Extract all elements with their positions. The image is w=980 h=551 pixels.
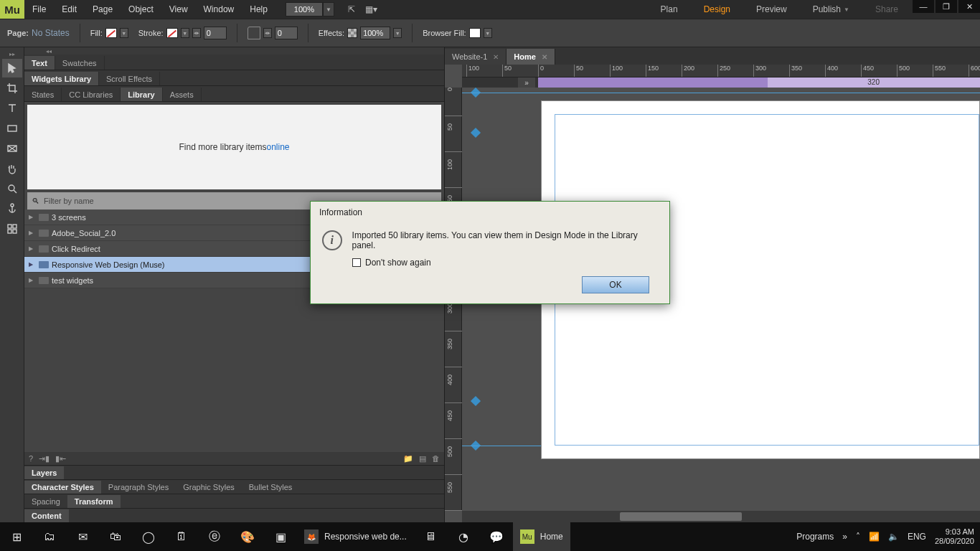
close-tab-icon[interactable]: ✕ xyxy=(493,53,499,61)
guide-marker[interactable] xyxy=(471,396,481,406)
tab-character-styles[interactable]: Character Styles xyxy=(24,481,101,494)
tab-scroll-effects[interactable]: Scroll Effects xyxy=(99,72,160,85)
menu-file[interactable]: File xyxy=(24,4,54,14)
pin-panel-icon[interactable]: ⇱ xyxy=(344,3,359,16)
taskbar-discord-icon[interactable]: 💬 xyxy=(480,522,513,551)
crop-tool[interactable] xyxy=(2,79,22,98)
responsive-icon[interactable]: ▦▾ xyxy=(364,3,379,16)
zoom-input[interactable] xyxy=(286,2,323,17)
tab-bullet-styles[interactable]: Bullet Styles xyxy=(242,481,300,494)
tab-paragraph-styles[interactable]: Paragraph Styles xyxy=(101,481,176,494)
tray-language[interactable]: ENG xyxy=(908,532,926,542)
anchor-tool[interactable] xyxy=(2,199,22,218)
toolbar-collapse[interactable]: ▸▸ xyxy=(0,50,24,57)
menu-edit[interactable]: Edit xyxy=(54,4,85,14)
tab-widgets-library[interactable]: Widgets Library xyxy=(24,72,99,85)
taskbar-krita-icon[interactable]: 🎨 xyxy=(231,522,264,551)
taskbar-store-icon[interactable]: 🛍 xyxy=(99,522,132,551)
mode-preview[interactable]: Preview xyxy=(743,0,800,19)
stroke-dropdown[interactable]: ▼ xyxy=(181,28,189,38)
menu-window[interactable]: Window xyxy=(196,4,242,14)
new-folder-icon[interactable]: 📁 xyxy=(403,454,413,463)
ok-button[interactable]: OK xyxy=(582,276,649,293)
mode-plan[interactable]: Plan xyxy=(648,0,691,19)
selection-tool[interactable] xyxy=(2,59,22,77)
corner-radius-input[interactable] xyxy=(275,27,298,39)
stroke-swatch[interactable] xyxy=(166,28,178,38)
tab-transform[interactable]: Transform xyxy=(67,495,121,508)
rectangle-frame-tool[interactable] xyxy=(2,139,22,158)
dont-show-checkbox[interactable] xyxy=(352,258,361,267)
mode-design[interactable]: Design xyxy=(691,0,743,19)
menu-view[interactable]: View xyxy=(161,4,196,14)
fill-dropdown[interactable]: ▼ xyxy=(120,28,128,38)
export-muse-icon[interactable]: ▮⇤ xyxy=(55,454,66,463)
tab-states[interactable]: States xyxy=(24,88,62,101)
hand-tool[interactable] xyxy=(2,159,22,178)
options-icon[interactable]: ▤ xyxy=(419,454,426,463)
taskbar-app-icon[interactable]: 🖥 xyxy=(414,522,447,551)
fill-swatch[interactable] xyxy=(105,28,117,38)
help-icon[interactable]: ? xyxy=(29,454,33,463)
tab-swatches[interactable]: Swatches xyxy=(55,56,105,70)
corner-stepper[interactable]: ◂▸ xyxy=(263,28,272,38)
close-tab-icon[interactable]: ✕ xyxy=(542,53,547,61)
corner-radius-icon[interactable] xyxy=(248,27,260,39)
opacity-input[interactable] xyxy=(360,27,390,39)
taskbar-explorer-icon[interactable]: 🗂 xyxy=(33,522,66,551)
taskbar-programs-toolbar[interactable]: Programs xyxy=(796,532,834,542)
breakpoint-segment-active[interactable] xyxy=(538,77,768,88)
stroke-weight-input[interactable] xyxy=(204,27,227,39)
window-minimize[interactable]: — xyxy=(913,0,934,13)
taskbar-clock[interactable]: 9:03 AM 28/09/2020 xyxy=(935,527,974,546)
taskbar-app-icon[interactable]: ▣ xyxy=(264,522,297,551)
taskbar-firefox[interactable]: 🦊Responsive web de... xyxy=(297,522,414,551)
doc-tab-website[interactable]: Website-1✕ xyxy=(445,49,507,65)
guide-marker[interactable] xyxy=(471,128,481,138)
text-frame-tool[interactable] xyxy=(2,220,22,238)
browser-fill-swatch[interactable] xyxy=(469,28,481,38)
opacity-dropdown[interactable]: ▼ xyxy=(393,28,402,38)
tab-assets[interactable]: Assets xyxy=(163,88,202,101)
tray-network-icon[interactable]: 📶 xyxy=(869,532,880,542)
tab-text[interactable]: Text xyxy=(24,56,55,70)
text-tool[interactable] xyxy=(2,99,22,118)
taskbar-blender-icon[interactable]: ◔ xyxy=(447,522,480,551)
tab-spacing[interactable]: Spacing xyxy=(24,495,67,508)
breakpoint-scrubber-icon[interactable]: » xyxy=(518,77,535,88)
tab-content[interactable]: Content xyxy=(24,509,69,522)
panel-collapse[interactable]: ◂◂ xyxy=(24,47,444,55)
tray-overflow-icon[interactable]: » xyxy=(842,532,847,542)
delete-icon[interactable]: 🗑 xyxy=(432,454,440,463)
horizontal-guide[interactable] xyxy=(462,93,980,93)
effects-swatch[interactable] xyxy=(347,28,357,38)
tab-graphic-styles[interactable]: Graphic Styles xyxy=(176,481,242,494)
page-states-dropdown[interactable]: No States xyxy=(32,28,70,38)
menu-help[interactable]: Help xyxy=(242,4,275,14)
import-muse-icon[interactable]: ⇥▮ xyxy=(39,454,50,463)
zoom-tool[interactable] xyxy=(2,179,22,198)
menu-page[interactable]: Page xyxy=(85,4,121,14)
menu-object[interactable]: Object xyxy=(121,4,161,14)
stroke-weight-stepper[interactable]: ◂▸ xyxy=(192,28,201,38)
tab-library[interactable]: Library xyxy=(121,88,162,101)
horizontal-scrollbar[interactable] xyxy=(462,511,980,522)
tray-volume-icon[interactable]: 🔈 xyxy=(888,532,899,542)
start-button[interactable]: ⊞ xyxy=(0,522,33,551)
taskbar-unreal-icon[interactable]: ◯ xyxy=(132,522,165,551)
breakpoint-segment[interactable]: 320 xyxy=(768,77,980,88)
window-close[interactable]: ✕ xyxy=(958,0,980,13)
breakpoint-bar[interactable]: » 320 xyxy=(462,77,980,88)
taskbar-edge-icon[interactable]: ⓔ xyxy=(198,522,231,551)
horizontal-ruler[interactable]: 1005005010015020025030035040045050055060… xyxy=(462,65,980,77)
zoom-dropdown[interactable]: ▼ xyxy=(323,2,334,17)
taskbar-calendar-icon[interactable]: 🗓 xyxy=(165,522,198,551)
mode-publish[interactable]: Publish▼ xyxy=(800,0,862,19)
taskbar-muse[interactable]: MuHome xyxy=(513,522,570,551)
tab-cc-libraries[interactable]: CC Libraries xyxy=(62,88,121,101)
doc-tab-home[interactable]: Home✕ xyxy=(507,49,555,65)
taskbar-mail-icon[interactable]: ✉ xyxy=(66,522,99,551)
window-restore[interactable]: ❐ xyxy=(936,0,957,13)
tray-up-icon[interactable]: ˄ xyxy=(856,532,860,542)
library-online-link[interactable]: online xyxy=(267,142,290,152)
